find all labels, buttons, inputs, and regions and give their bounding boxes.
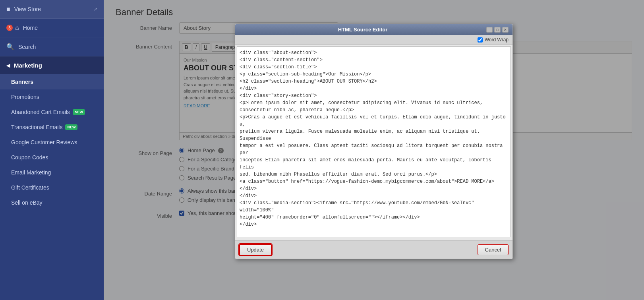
sidebar-item-transactional-emails[interactable]: Transactional Emails NEW xyxy=(0,120,104,135)
modal-close-button[interactable]: ✕ xyxy=(502,27,509,33)
sidebar-item-banners[interactable]: Banners xyxy=(0,74,104,89)
marketing-label: Marketing xyxy=(14,62,42,69)
modal-overlay: HTML Source Editor – □ ✕ Word Wrap <div … xyxy=(104,0,644,300)
sidebar-item-email-marketing[interactable]: Email Marketing xyxy=(0,165,104,180)
home-badge: 3 xyxy=(6,25,13,31)
gift-certificates-label: Gift Certificates xyxy=(11,184,49,191)
sidebar-item-sell-on-ebay[interactable]: Sell on eBay xyxy=(0,195,104,210)
modal-body: <div class="about-section"> <div class="… xyxy=(235,45,512,240)
modal-header: HTML Source Editor – □ ✕ xyxy=(235,24,512,35)
external-link-icon: ↗ xyxy=(93,6,97,12)
sidebar-item-coupon-codes[interactable]: Coupon Codes xyxy=(0,150,104,165)
main-content: Banner Details Banner Name Banner Conten… xyxy=(104,0,644,300)
cancel-button[interactable]: Cancel xyxy=(478,244,509,255)
search-icon: 🔍 xyxy=(6,43,14,50)
word-wrap-checkbox[interactable] xyxy=(478,37,483,43)
email-marketing-label: Email Marketing xyxy=(11,169,51,176)
html-editor-textarea[interactable]: <div class="about-section"> <div class="… xyxy=(237,46,511,237)
modal-toolbar: Word Wrap xyxy=(235,35,512,45)
modal-controls: – □ ✕ xyxy=(486,27,509,33)
banners-label: Banners xyxy=(11,79,33,85)
home-label: Home xyxy=(23,25,38,31)
modal-title: HTML Source Editor xyxy=(239,27,486,33)
sidebar-item-abandoned-cart[interactable]: Abandoned Cart Emails NEW xyxy=(0,105,104,120)
modal-footer: Update Cancel xyxy=(235,240,512,259)
chevron-left-icon: ◀ xyxy=(6,63,10,68)
sidebar-item-google-reviews[interactable]: Google Customer Reviews xyxy=(0,135,104,150)
sidebar-item-search[interactable]: 🔍 Search xyxy=(0,37,104,56)
modal-maximize-button[interactable]: □ xyxy=(494,27,501,33)
coupon-codes-label: Coupon Codes xyxy=(11,154,48,161)
view-store-label: View Store xyxy=(14,6,41,12)
home-icon: ⌂ xyxy=(15,24,19,31)
transactional-emails-label: Transactional Emails xyxy=(11,124,62,130)
abandoned-cart-label: Abandoned Cart Emails xyxy=(11,109,70,115)
search-label: Search xyxy=(18,44,36,50)
sidebar-item-home[interactable]: 3 ⌂ Home xyxy=(0,19,104,37)
sidebar-item-promotions[interactable]: Promotions xyxy=(0,89,104,105)
update-button[interactable]: Update xyxy=(239,244,272,255)
google-reviews-label: Google Customer Reviews xyxy=(11,139,77,145)
sidebar-item-gift-certificates[interactable]: Gift Certificates xyxy=(0,180,104,195)
marketing-section-header[interactable]: ◀ Marketing xyxy=(0,56,104,74)
word-wrap-text: Word Wrap xyxy=(485,37,509,43)
sell-on-ebay-label: Sell on eBay xyxy=(11,199,43,206)
sidebar-item-view-store[interactable]: ■ View Store ↗ xyxy=(0,0,104,19)
sidebar: ■ View Store ↗ 3 ⌂ Home 🔍 Search ◀ Marke… xyxy=(0,0,104,300)
modal-minimize-button[interactable]: – xyxy=(486,27,493,33)
store-icon: ■ xyxy=(6,6,10,13)
word-wrap-label[interactable]: Word Wrap xyxy=(478,37,509,43)
abandoned-cart-new-badge: NEW xyxy=(73,109,85,115)
promotions-label: Promotions xyxy=(11,94,39,100)
html-source-editor-modal: HTML Source Editor – □ ✕ Word Wrap <div … xyxy=(235,24,513,259)
transactional-emails-new-badge: NEW xyxy=(65,124,77,130)
